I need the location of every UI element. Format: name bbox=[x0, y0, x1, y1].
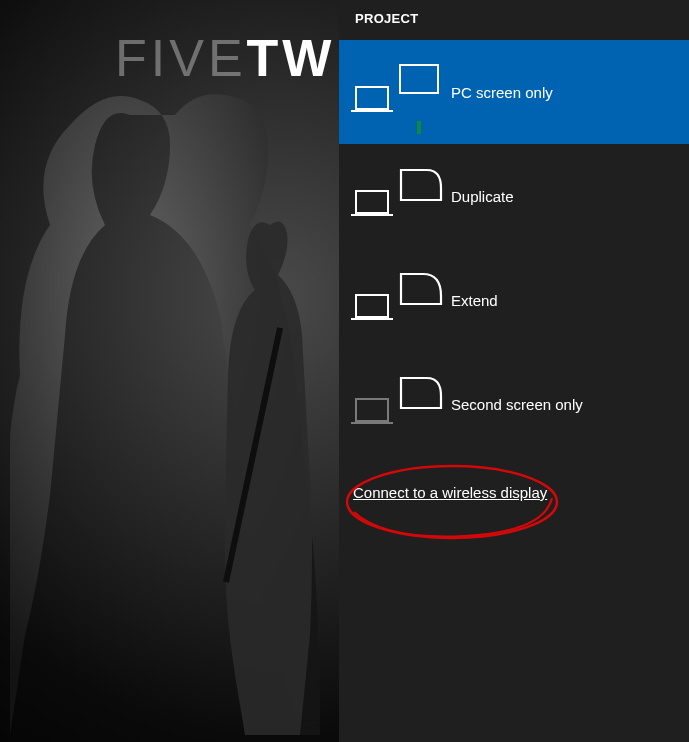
wallpaper-figure bbox=[10, 75, 340, 735]
option-second-screen-only[interactable]: Second screen only bbox=[339, 352, 689, 456]
connect-wireless-display-link[interactable]: Connect to a wireless display bbox=[353, 484, 547, 501]
option-extend[interactable]: Extend bbox=[339, 248, 689, 352]
second-screen-only-icon bbox=[355, 378, 443, 430]
wallpaper-title-thin: FIVE bbox=[115, 29, 247, 87]
duplicate-icon bbox=[355, 170, 443, 222]
option-label: Extend bbox=[451, 292, 498, 309]
option-label: PC screen only bbox=[451, 84, 553, 101]
panel-title: PROJECT bbox=[339, 0, 689, 40]
option-pc-screen-only[interactable]: PC screen only bbox=[339, 40, 689, 144]
option-label: Duplicate bbox=[451, 188, 514, 205]
svg-rect-0 bbox=[223, 327, 283, 583]
extend-icon bbox=[355, 274, 443, 326]
wallpaper-title-bold: TWI bbox=[247, 29, 354, 87]
pc-screen-only-icon bbox=[355, 66, 443, 118]
active-indicator bbox=[417, 121, 421, 134]
project-panel: PROJECT PC screen only Dup bbox=[339, 0, 689, 742]
wireless-link-row: Connect to a wireless display bbox=[339, 456, 689, 502]
option-label: Second screen only bbox=[451, 396, 583, 413]
wallpaper-title: FIVETWI bbox=[115, 28, 354, 88]
option-duplicate[interactable]: Duplicate bbox=[339, 144, 689, 248]
